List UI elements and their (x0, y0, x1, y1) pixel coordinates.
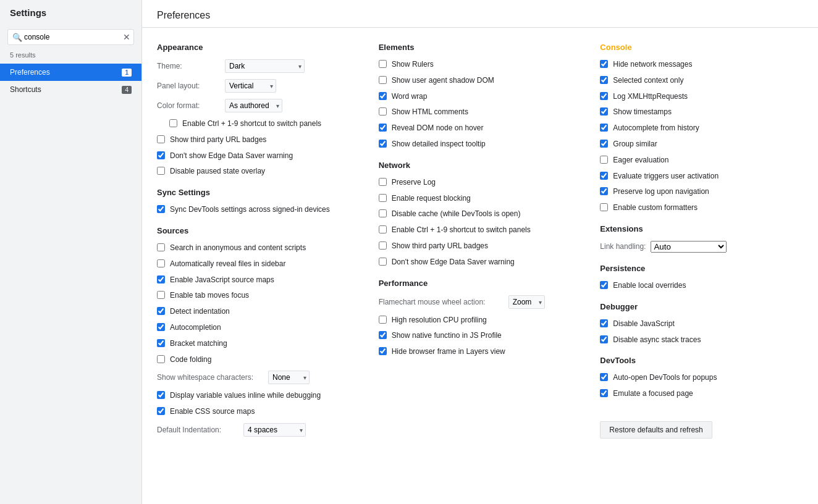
displayvar-label: Display variable values inline while deb… (170, 390, 321, 401)
whitespace-select[interactable]: None All Trailing (268, 371, 310, 384)
localoverrides-checkbox[interactable] (600, 281, 608, 289)
disablecache-checkbox[interactable] (379, 209, 387, 217)
groupsimilar-row: Group similar (600, 139, 803, 149)
nativefunc-checkbox[interactable] (379, 331, 387, 339)
enablerequest-checkbox[interactable] (379, 194, 387, 202)
inspecttooltip-row: Show detailed inspect tooltip (379, 139, 582, 149)
timestamps-checkbox[interactable] (600, 107, 608, 116)
thirdpartynet-checkbox[interactable] (379, 242, 387, 250)
useragent-checkbox[interactable] (379, 76, 387, 84)
sync-section-title: Sync Settings (157, 188, 360, 197)
highres-checkbox[interactable] (379, 316, 387, 324)
debugger-section-title: Debugger (600, 302, 803, 311)
htmlcomments-checkbox[interactable] (379, 107, 387, 116)
search-clear-icon[interactable]: ✕ (123, 32, 130, 42)
revealdom-label: Reveal DOM node on hover (392, 123, 484, 133)
edgesavernet-checkbox[interactable] (379, 258, 387, 266)
codefolding-checkbox[interactable] (157, 355, 165, 363)
displayvar-row: Display variable values inline while deb… (157, 390, 360, 401)
main-content: Preferences Appearance Theme: Dark Light… (142, 0, 818, 504)
edgesaver-checkbox[interactable] (157, 151, 165, 159)
syncdevtools-label: Sync DevTools settings across signed-in … (170, 204, 330, 215)
thirdpartynet-label: Show third party URL badges (392, 241, 488, 251)
rulers-label: Show Rulers (392, 59, 434, 70)
preservelogNav-checkbox[interactable] (600, 187, 608, 195)
panel-layout-select[interactable]: Vertical Horizontal Auto (225, 79, 276, 93)
rulers-checkbox[interactable] (379, 60, 387, 68)
rulers-row: Show Rulers (379, 59, 582, 70)
tabfocus-checkbox[interactable] (157, 291, 165, 299)
inspecttooltip-checkbox[interactable] (379, 140, 387, 148)
anon-checkbox[interactable] (157, 243, 165, 251)
preservelog-checkbox[interactable] (379, 178, 387, 186)
ctrl19net-row: Enable Ctrl + 1-9 shortcut to switch pan… (379, 225, 582, 235)
emulatefocused-checkbox[interactable] (600, 389, 608, 397)
syncdevtools-checkbox[interactable] (157, 205, 165, 213)
csssource-checkbox[interactable] (157, 407, 165, 415)
syncdevtools-row: Sync DevTools settings across signed-in … (157, 204, 360, 215)
color-format-select[interactable]: As authored HEX RGB HSL (225, 99, 282, 112)
selectedcontext-label: Selected context only (613, 75, 683, 86)
reveal-checkbox[interactable] (157, 259, 165, 267)
ctrl19-checkbox[interactable] (169, 119, 177, 127)
localoverrides-label: Enable local overrides (613, 280, 686, 291)
bracket-checkbox[interactable] (157, 339, 165, 347)
extensions-section-title: Extensions (600, 224, 803, 233)
preservelogNav-label: Preserve log upon navigation (613, 187, 709, 197)
autoopendevtools-label: Auto-open DevTools for popups (613, 372, 717, 383)
theme-select[interactable]: Dark Light System preference (225, 59, 305, 73)
pausedoverlay-checkbox[interactable] (157, 167, 165, 175)
autocomp-checkbox[interactable] (157, 323, 165, 331)
groupsimilar-checkbox[interactable] (600, 140, 608, 148)
autoopendevtools-row: Auto-open DevTools for popups (600, 372, 803, 383)
nativefunc-label: Show native functino in JS Profile (392, 330, 502, 341)
revealdom-checkbox[interactable] (379, 124, 387, 132)
wordwrap-checkbox[interactable] (379, 92, 387, 100)
edgesaver-label: Don't show Edge Data Saver warning (170, 151, 293, 161)
displayvar-checkbox[interactable] (157, 391, 165, 399)
hidenetwork-checkbox[interactable] (600, 60, 608, 68)
search-input[interactable] (7, 29, 134, 45)
bracket-label: Bracket matching (170, 338, 227, 349)
jssource-checkbox[interactable] (157, 275, 165, 284)
sidebar-item-shortcuts[interactable]: Shortcuts 4 (0, 81, 141, 98)
disablejs-checkbox[interactable] (600, 319, 608, 327)
restore-defaults-button[interactable]: Restore defaults and refresh (600, 421, 712, 439)
disablecache-label: Disable cache (while DevTools is open) (392, 209, 521, 219)
ctrl19net-checkbox[interactable] (379, 225, 387, 233)
evaluatetriggers-checkbox[interactable] (600, 172, 608, 180)
link-handling-select[interactable]: Auto Ask Always DevTools (651, 241, 727, 253)
autocomplete-checkbox[interactable] (600, 124, 608, 132)
eagerevaluation-checkbox[interactable] (600, 156, 608, 164)
sidebar-item-preferences[interactable]: Preferences 1 (0, 64, 141, 81)
asyncstack-label: Disable async stack traces (613, 335, 701, 345)
col-2: Elements Show Rulers Show user agent sha… (379, 40, 601, 444)
asyncstack-checkbox[interactable] (600, 335, 608, 343)
appearance-section-title: Appearance (157, 43, 360, 52)
panel-layout-label: Panel layout: (157, 82, 225, 90)
disablejs-row: Disable JavaScript (600, 319, 803, 329)
flamechart-label: Flamechart mouse wheel action: (379, 298, 508, 306)
customformatters-checkbox[interactable] (600, 203, 608, 211)
eagerevaluation-row: Eager evaluation (600, 155, 803, 166)
selectedcontext-row: Selected context only (600, 75, 803, 86)
devtools-section-title: DevTools (600, 356, 803, 365)
search-container: 🔍 ✕ (0, 25, 141, 49)
thirdparty-checkbox[interactable] (157, 135, 165, 143)
disablecache-row: Disable cache (while DevTools is open) (379, 209, 582, 219)
wordwrap-label: Word wrap (392, 91, 428, 102)
customformatters-row: Enable custom formatters (600, 203, 803, 213)
autoopendevtools-checkbox[interactable] (600, 373, 608, 381)
logxmlhttp-row: Log XMLHttpRequests (600, 91, 803, 102)
hideframe-checkbox[interactable] (379, 347, 387, 355)
selectedcontext-checkbox[interactable] (600, 76, 608, 84)
detectindent-checkbox[interactable] (157, 307, 165, 315)
indentation-select[interactable]: 2 spaces 4 spaces 8 spaces Tab character (243, 423, 306, 437)
flamechart-select[interactable]: Scroll Zoom (508, 295, 545, 309)
logxmlhttp-checkbox[interactable] (600, 92, 608, 100)
theme-select-wrap: Dark Light System preference (225, 59, 305, 73)
whitespace-label: Show whitespace characters: (157, 373, 268, 382)
revealdom-row: Reveal DOM node on hover (379, 123, 582, 133)
indentation-row: Default Indentation: 2 spaces 4 spaces 8… (157, 423, 360, 437)
hidenetwork-row: Hide network messages (600, 59, 803, 70)
